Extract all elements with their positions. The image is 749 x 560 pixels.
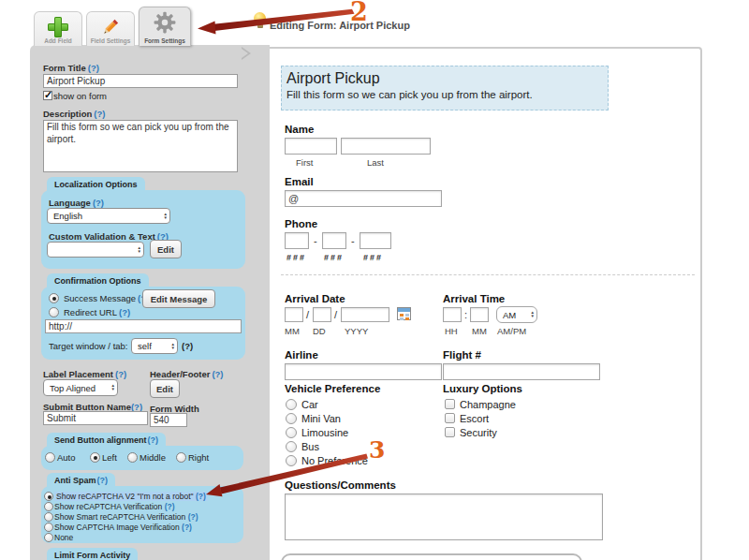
vehicle-minivan-label: Mini Van	[301, 413, 341, 424]
help-icon[interactable]: (?)	[93, 198, 104, 208]
help-icon[interactable]: (?)	[88, 63, 99, 73]
show-on-form-checkbox[interactable]	[43, 91, 52, 100]
anti-spam-recaptcha-v2-radio[interactable]	[44, 492, 53, 501]
anti-spam-smart-recaptcha-radio[interactable]	[44, 512, 53, 522]
name-last-sublabel: Last	[367, 157, 384, 168]
label-placement-select[interactable]: Top Aligned▲▼	[43, 379, 118, 396]
label-placement-label: Label Placement(?)	[43, 369, 126, 379]
language-select[interactable]: English▲▼	[47, 208, 170, 224]
luxury-security-label: Security	[460, 427, 497, 438]
name-last-input[interactable]	[341, 138, 431, 155]
send-align-right-radio[interactable]	[176, 452, 186, 463]
arrival-date-dd-input[interactable]	[313, 307, 331, 322]
collapse-chevron-inner	[242, 49, 248, 58]
help-icon[interactable]: (?)	[148, 435, 159, 445]
send-align-auto-radio[interactable]	[45, 452, 55, 463]
luxury-security-checkbox[interactable]	[445, 427, 455, 437]
send-align-middle-radio[interactable]	[127, 452, 138, 463]
comments-textarea[interactable]	[285, 494, 603, 540]
vehicle-nopref-radio[interactable]	[286, 455, 297, 466]
help-icon[interactable]: (?)	[94, 109, 105, 119]
description-textarea[interactable]: Fill this form so we can pick you up fro…	[43, 120, 238, 172]
help-icon[interactable]: (?)	[182, 341, 193, 351]
send-align-auto-label: Auto	[57, 452, 76, 463]
flight-label: Flight #	[443, 349, 481, 361]
name-first-input[interactable]	[285, 138, 337, 155]
form-title-input[interactable]	[43, 74, 238, 88]
resize-handle[interactable]	[228, 163, 236, 170]
plus-icon	[48, 17, 68, 37]
help-icon[interactable]: (?)	[165, 502, 175, 511]
arrival-date-mm-input[interactable]	[285, 307, 303, 322]
name-first-sublabel: First	[296, 157, 313, 168]
edit-message-button[interactable]: Edit Message	[142, 289, 215, 308]
vehicle-bus-radio[interactable]	[286, 441, 297, 452]
arrival-date-yyyy-input[interactable]	[341, 307, 389, 322]
ampm-select[interactable]: AM▲▼	[496, 306, 537, 323]
arrival-time-hh-input[interactable]	[443, 307, 462, 322]
tab-field-settings[interactable]: Field Settings	[86, 11, 135, 46]
redirect-url-input[interactable]	[45, 319, 242, 333]
redirect-url-label: Redirect URL(?)	[64, 307, 130, 317]
luxury-escort-label: Escort	[460, 413, 489, 424]
localization-section-tab: Localization Options	[47, 177, 145, 191]
tab-add-field[interactable]: Add Field	[34, 11, 82, 46]
select-arrows-icon: ▲▼	[138, 246, 141, 254]
help-icon[interactable]: (?)	[119, 307, 130, 317]
vehicle-bus-label: Bus	[301, 441, 319, 452]
description-label: Description(?)	[43, 109, 105, 119]
tab-form-settings[interactable]: Form Settings	[139, 7, 191, 46]
header-footer-edit-button[interactable]: Edit	[150, 379, 180, 398]
vehicle-preference-label: Vehicle Preference	[285, 383, 380, 394]
vehicle-limousine-radio[interactable]	[286, 427, 297, 438]
email-input[interactable]	[285, 190, 442, 207]
send-align-left-radio[interactable]	[90, 452, 100, 463]
help-icon[interactable]: (?)	[115, 369, 126, 379]
date-separator: /	[306, 309, 309, 320]
send-align-middle-label: Middle	[140, 452, 166, 463]
form-width-input[interactable]	[150, 413, 187, 427]
flight-input[interactable]	[443, 363, 600, 380]
calendar-icon[interactable]	[397, 307, 411, 320]
custom-validation-edit-button[interactable]: Edit	[150, 240, 182, 258]
arrival-date-label: Arrival Date	[285, 293, 345, 304]
send-align-right-label: Right	[188, 452, 209, 463]
phone-area-input[interactable]	[285, 232, 309, 249]
submit-button-name-input[interactable]	[43, 411, 148, 425]
help-icon[interactable]: (?)	[97, 476, 109, 485]
form-title-label: Form Title(?)	[43, 63, 99, 73]
help-icon[interactable]: (?)	[188, 512, 198, 522]
luxury-escort-checkbox[interactable]	[445, 413, 455, 423]
redirect-url-radio[interactable]	[49, 307, 59, 317]
pencil-icon	[99, 16, 122, 38]
phone-prefix-input[interactable]	[322, 232, 346, 249]
form-preview-panel: Airport Pickup Fill this form so we can …	[270, 47, 702, 560]
vehicle-nopref-label: No Preference	[301, 455, 368, 466]
arrival-time-mm-input[interactable]	[470, 307, 489, 322]
help-icon[interactable]: (?)	[212, 369, 223, 379]
phone-line-input[interactable]	[360, 232, 391, 249]
help-icon[interactable]: (?)	[182, 523, 192, 532]
luxury-champagne-label: Champagne	[460, 399, 516, 410]
airline-input[interactable]	[285, 363, 442, 380]
airline-label: Airline	[285, 349, 318, 361]
submit-row-cutoff	[281, 553, 582, 560]
anti-spam-recaptcha-radio[interactable]	[44, 502, 53, 511]
luxury-champagne-checkbox[interactable]	[445, 399, 455, 409]
success-message-radio[interactable]	[49, 293, 59, 303]
preview-form-title: Airport Pickup	[286, 70, 380, 87]
custom-validation-select[interactable]: ▲▼	[47, 242, 144, 258]
send-align-left-label: Left	[102, 452, 117, 463]
lightbulb-icon	[254, 12, 266, 24]
anti-spam-none-radio[interactable]	[44, 533, 53, 542]
resize-handle[interactable]	[594, 531, 601, 538]
send-alignment-section-tab: Send Button alignment(?)	[47, 433, 166, 447]
vehicle-minivan-radio[interactable]	[286, 413, 297, 424]
vehicle-car-radio[interactable]	[286, 399, 297, 410]
name-field-label: Name	[285, 124, 314, 135]
anti-spam-section-tab: Anti Spam(?)	[47, 473, 115, 487]
anti-spam-smart-recaptcha-label: Show Smart reCAPTCHA Verification (?)	[54, 512, 198, 522]
help-icon[interactable]: (?)	[196, 492, 206, 501]
anti-spam-captcha-image-radio[interactable]	[44, 523, 53, 532]
target-window-select[interactable]: self▲▼	[131, 338, 178, 354]
